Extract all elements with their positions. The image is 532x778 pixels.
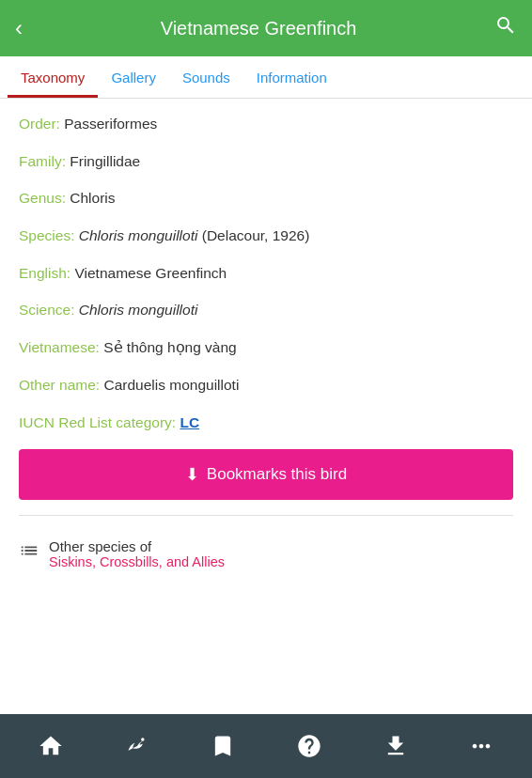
other-name-value: Carduelis monguilloti [103,377,239,393]
english-label: English: [19,265,70,281]
genus-value: Chloris [70,190,115,206]
bottom-navigation [0,714,532,778]
order-label: Order: [19,116,60,132]
order-value: Passeriformes [64,116,157,132]
nav-download[interactable] [352,733,439,759]
field-genus: Genus: Chloris [19,188,513,209]
content-area: Order: Passeriformes Family: Fringillida… [0,99,532,711]
other-species-text: Other species of Siskins, Crossbills, an… [49,538,225,569]
tab-sounds[interactable]: Sounds [169,56,243,98]
bookmark-button-label: Bookmarks this bird [207,465,347,484]
other-species-link[interactable]: Siskins, Crossbills, and Allies [49,554,225,569]
field-species: Species: Chloris monguilloti (Delacour, … [19,226,513,246]
field-iucn: IUCN Red List category: LC [19,412,513,433]
family-label: Family: [19,153,66,169]
field-family: Family: Fringillidae [19,151,513,172]
nav-home[interactable] [8,733,94,759]
field-science: Science: Chloris monguilloti [19,300,513,320]
iucn-label: IUCN Red List category: [19,414,176,430]
other-species-title: Other species of [49,538,225,554]
app-header: ‹ Vietnamese Greenfinch [0,0,532,56]
field-other-name: Other name: Carduelis monguilloti [19,375,513,396]
field-vietnamese: Vietnamese: Sẻ thông họng vàng [19,337,513,358]
species-label: Species: [19,227,74,243]
bookmark-button[interactable]: ⬇ Bookmarks this bird [19,449,513,500]
other-name-label: Other name: [19,377,100,393]
field-order: Order: Passeriformes [19,114,513,134]
nav-bookmark[interactable] [180,733,266,759]
download-icon: ⬇ [185,464,199,485]
iucn-value-link[interactable]: LC [180,414,199,430]
back-button[interactable]: ‹ [15,15,23,41]
species-value-suffix: (Delacour, 1926) [202,227,310,243]
other-species-section: Other species of Siskins, Crossbills, an… [19,531,513,573]
vietnamese-label: Vietnamese: [19,339,100,355]
nav-help[interactable] [266,733,352,759]
nav-bird[interactable] [94,733,180,759]
svg-point-0 [141,738,145,741]
search-icon[interactable] [494,14,517,42]
tab-bar: Taxonomy Gallery Sounds Information [0,56,532,99]
list-icon [19,540,39,566]
english-value: Vietnamese Greenfinch [74,265,227,281]
science-label: Science: [19,302,74,318]
tab-information[interactable]: Information [243,56,340,98]
section-divider [19,515,513,516]
header-title: Vietnamese Greenfinch [161,18,357,39]
vietnamese-value: Sẻ thông họng vàng [103,339,237,355]
species-value-italic: Chloris monguilloti [79,227,198,243]
tab-gallery[interactable]: Gallery [98,56,169,98]
nav-more[interactable] [438,733,524,759]
science-value: Chloris monguilloti [79,302,198,318]
genus-label: Genus: [19,190,66,206]
tab-taxonomy[interactable]: Taxonomy [8,56,98,98]
field-english: English: Vietnamese Greenfinch [19,263,513,284]
family-value: Fringillidae [70,153,140,169]
